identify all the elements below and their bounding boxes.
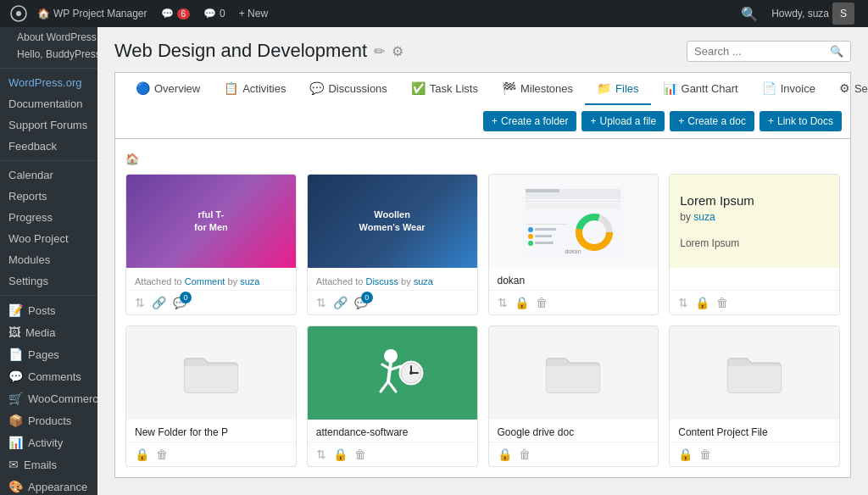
sidebar-item-hello-buddypress[interactable]: Hello, BuddyPress! [0, 46, 97, 63]
sidebar-item-woo-project[interactable]: Woo Project [0, 228, 97, 249]
delete-icon[interactable]: 🗑 [156, 448, 168, 461]
move-icon[interactable]: ⇅ [498, 296, 508, 309]
comment-badge[interactable]: 💬 0 [173, 297, 186, 309]
link-docs-button[interactable]: + Link to Docs [760, 111, 842, 131]
list-item: WoollenWomen's Wear Attached to Discuss … [307, 174, 478, 315]
admin-bar-new[interactable]: + New [232, 0, 275, 27]
file-actions: 🔒 🗑 [126, 442, 296, 466]
list-item: Google drive doc 🔒 🗑 [488, 325, 659, 467]
tab-task-lists[interactable]: ✅ Task Lists [399, 73, 490, 105]
edit-icon[interactable]: ✏ [374, 43, 385, 59]
link-icon[interactable]: 🔗 [152, 296, 166, 309]
create-folder-button[interactable]: + Create a folder [483, 111, 576, 131]
lock-icon[interactable]: 🔒 [333, 448, 348, 461]
actions-bar: + Create a folder + Upload a file + Crea… [114, 104, 851, 139]
sidebar-item-products[interactable]: 📦 Products [0, 409, 97, 431]
sidebar-item-activity[interactable]: 📊 Activity [0, 431, 97, 453]
sidebar-item-comments[interactable]: 💬 Comments [0, 365, 97, 387]
admin-search-icon[interactable]: 🔍 [734, 6, 765, 22]
tab-settings[interactable]: ⚙ Settings [827, 73, 868, 105]
file-comment-link[interactable]: Comment [185, 276, 225, 286]
lock-icon[interactable]: 🔒 [678, 448, 693, 461]
move-icon[interactable]: ⇅ [316, 296, 326, 309]
delete-icon[interactable]: 🗑 [354, 448, 366, 461]
file-thumbnail: rful T-for Men [126, 175, 296, 268]
file-actions: ⇅ 🔒 🗑 [670, 290, 839, 314]
main-content: Web Design and Development ✏ ⚙ 🔍 🔵 Overv… [97, 27, 868, 495]
wp-logo-icon[interactable] [7, 0, 31, 27]
sidebar-item-progress[interactable]: Progress [0, 207, 97, 228]
pages-icon: 📄 [8, 348, 23, 361]
admin-bar-feedback[interactable]: 💬 0 [197, 0, 232, 27]
sidebar-item-posts[interactable]: 📝 Posts [0, 299, 97, 321]
sidebar: About WordPress Hello, BuddyPress! WordP… [0, 27, 97, 495]
link-docs-plus-icon: + [768, 115, 774, 127]
admin-bar-comments[interactable]: 💬 6 [154, 0, 198, 27]
tab-milestones[interactable]: 🏁 Milestones [490, 73, 585, 105]
sidebar-item-media[interactable]: 🖼 Media [0, 321, 97, 343]
file-author-link[interactable]: suza [414, 276, 433, 286]
sidebar-item-pages[interactable]: 📄 Pages [0, 343, 97, 365]
file-info: Attached to Discuss by suza [308, 268, 477, 290]
admin-bar-site[interactable]: 🏠 WP Project Manager [31, 0, 154, 27]
upload-file-button[interactable]: + Upload a file [581, 111, 665, 131]
sidebar-item-support-forums[interactable]: Support Forums [0, 114, 97, 136]
page-title: Web Design and Development [114, 40, 367, 62]
woocommerce-icon: 🛒 [8, 392, 23, 405]
file-author-link[interactable]: suza [240, 276, 259, 286]
delete-icon[interactable]: 🗑 [716, 296, 728, 309]
tab-gantt-chart[interactable]: 📊 Gantt Chart [651, 73, 750, 105]
comment-badge[interactable]: 💬 0 [354, 297, 368, 309]
sidebar-item-modules[interactable]: Modules [0, 249, 97, 270]
file-discuss-link[interactable]: Discuss [365, 276, 398, 286]
lock-icon[interactable]: 🔒 [515, 296, 529, 309]
search-box-icon[interactable]: 🔍 [830, 45, 843, 58]
tab-activities[interactable]: 📋 Activities [212, 73, 298, 105]
delete-icon[interactable]: 🗑 [536, 296, 548, 309]
admin-howdy: Howdy, suza S [765, 3, 861, 25]
move-icon[interactable]: ⇅ [678, 296, 688, 309]
lock-icon[interactable]: 🔒 [695, 296, 709, 309]
file-thumbnail [670, 326, 839, 420]
move-icon[interactable]: ⇅ [135, 296, 145, 309]
file-thumbnail: WoollenWomen's Wear [308, 175, 477, 268]
link-icon[interactable]: 🔗 [333, 296, 348, 309]
delete-icon[interactable]: 🗑 [699, 448, 711, 461]
settings-icon[interactable]: ⚙ [392, 43, 403, 59]
file-thumbnail [126, 326, 296, 420]
upload-file-plus-icon: + [590, 115, 596, 127]
sidebar-item-feedback[interactable]: Feedback [0, 136, 97, 157]
milestones-tab-icon: 🏁 [502, 81, 516, 95]
tab-overview[interactable]: 🔵 Overview [124, 73, 212, 105]
sidebar-item-appearance[interactable]: 🎨 Appearance [0, 476, 97, 495]
file-info [670, 268, 839, 290]
project-tabs: 🔵 Overview 📋 Activities 💬 Discussions ✅ … [114, 72, 851, 104]
sidebar-item-settings[interactable]: Settings [0, 270, 97, 292]
svg-rect-13 [535, 228, 556, 231]
create-doc-button[interactable]: + Create a doc [670, 111, 754, 131]
svg-rect-17 [535, 242, 554, 244]
sidebar-item-calendar[interactable]: Calendar [0, 164, 97, 186]
file-info: New Folder for the P [126, 420, 296, 442]
page-title-row: Web Design and Development ✏ ⚙ [114, 40, 403, 62]
search-box[interactable]: 🔍 [687, 41, 851, 62]
sidebar-item-documentation[interactable]: Documentation [0, 93, 97, 114]
delete-icon[interactable]: 🗑 [519, 448, 531, 461]
sidebar-item-about-wordpress[interactable]: About WordPress [0, 29, 97, 46]
lock-icon[interactable]: 🔒 [135, 448, 149, 461]
sidebar-item-woocommerce[interactable]: 🛒 WooCommerce [0, 387, 97, 409]
search-input[interactable] [694, 45, 830, 58]
move-icon[interactable]: ⇅ [316, 448, 326, 461]
sidebar-item-wordpress-org[interactable]: WordPress.org [0, 72, 97, 93]
tab-discussions[interactable]: 💬 Discussions [298, 73, 398, 105]
lock-icon[interactable]: 🔒 [498, 448, 512, 461]
sidebar-item-reports[interactable]: Reports [0, 186, 97, 207]
home-breadcrumb-icon[interactable]: 🏠 [125, 153, 139, 165]
svg-rect-5 [526, 201, 620, 202]
tab-files[interactable]: 📁 Files [585, 73, 650, 105]
emails-icon: ✉ [8, 458, 19, 471]
svg-rect-4 [526, 189, 559, 192]
tab-invoice[interactable]: 📄 Invoice [750, 73, 827, 105]
list-item: attendance-software ⇅ 🔒 🗑 [307, 325, 478, 467]
sidebar-item-emails[interactable]: ✉ Emails [0, 453, 97, 476]
